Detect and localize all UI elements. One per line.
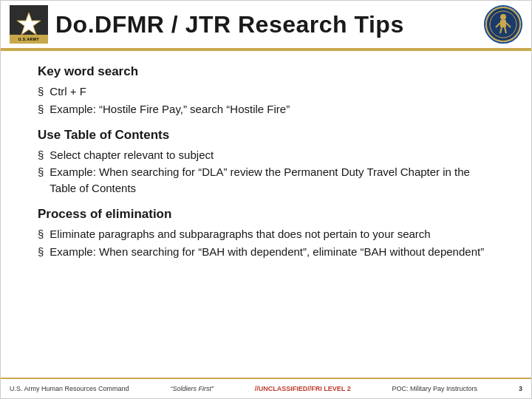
army-logo: U.S.ARMY — [10, 5, 48, 44]
main-content: Key word search Ctrl + F Example: “Hosti… — [1, 51, 531, 378]
page-title: Do.DFMR / JTR Research Tips — [55, 11, 477, 38]
list-item: Select chapter relevant to subject — [38, 147, 494, 163]
elimination-bullets: Eliminate paragraphs and subparagraphs t… — [38, 226, 494, 260]
list-item: Example: When searching for “BAH with de… — [38, 244, 494, 260]
header: U.S.ARMY Do.DFMR / JTR Research Tips — [1, 1, 531, 51]
svg-rect-4 — [500, 20, 506, 27]
list-item: Example: When searching for “DLA” review… — [38, 164, 494, 197]
slide: U.S.ARMY Do.DFMR / JTR Research Tips Key… — [0, 0, 532, 399]
section-toc-heading: Use Table of Contents — [38, 128, 494, 143]
svg-marker-0 — [17, 13, 41, 35]
footer-classification: //UNCLASSIFIED//FRI LEVEL 2 — [255, 385, 351, 392]
keyword-bullets: Ctrl + F Example: “Hostile Fire Pay,” se… — [38, 83, 494, 117]
section-keyword-heading: Key word search — [38, 64, 494, 79]
footer-poc: POC: Military Pay Instructors — [392, 385, 478, 392]
svg-point-3 — [500, 14, 506, 20]
section-toc: Use Table of Contents Select chapter rel… — [38, 128, 494, 197]
section-elimination: Process of elimination Eliminate paragra… — [38, 207, 494, 260]
section-keyword: Key word search Ctrl + F Example: “Hosti… — [38, 64, 494, 117]
list-item: Example: “Hostile Fire Pay,” search “Hos… — [38, 101, 494, 117]
list-item: Ctrl + F — [38, 83, 494, 100]
list-item: Eliminate paragraphs and subparagraphs t… — [38, 226, 494, 242]
footer-page-number: 3 — [519, 385, 522, 392]
toc-bullets: Select chapter relevant to subject Examp… — [38, 147, 494, 197]
section-elimination-heading: Process of elimination — [38, 207, 494, 222]
footer-org: U.S. Army Human Resources Command — [10, 385, 129, 392]
footer: U.S. Army Human Resources Command “Soldi… — [1, 378, 531, 398]
pentagon-logo — [484, 5, 522, 44]
footer-motto: “Soldiers First” — [170, 385, 214, 392]
